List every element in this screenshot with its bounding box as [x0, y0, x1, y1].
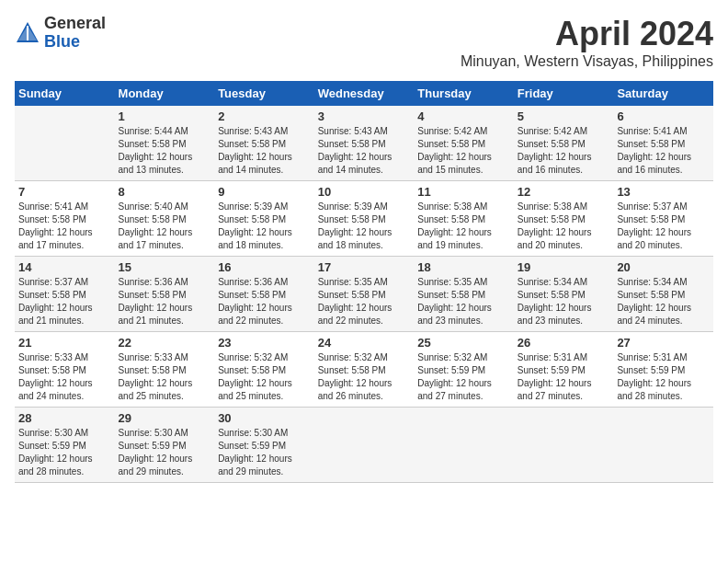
calendar-cell: 7Sunrise: 5:41 AM Sunset: 5:58 PM Daylig… — [15, 181, 115, 257]
header-sunday: Sunday — [15, 81, 115, 106]
calendar-cell — [414, 408, 514, 483]
logo-blue: Blue — [44, 33, 106, 52]
calendar-cell: 14Sunrise: 5:37 AM Sunset: 5:58 PM Dayli… — [15, 257, 115, 332]
day-info: Sunrise: 5:38 AM Sunset: 5:58 PM Dayligh… — [417, 201, 510, 252]
day-number: 7 — [18, 185, 111, 199]
calendar-table: SundayMondayTuesdayWednesdayThursdayFrid… — [15, 81, 713, 483]
day-number: 1 — [119, 109, 211, 123]
header-tuesday: Tuesday — [214, 81, 314, 106]
calendar-cell: 25Sunrise: 5:32 AM Sunset: 5:59 PM Dayli… — [414, 332, 514, 408]
day-info: Sunrise: 5:40 AM Sunset: 5:58 PM Dayligh… — [119, 201, 211, 252]
week-row-2: 7Sunrise: 5:41 AM Sunset: 5:58 PM Daylig… — [15, 181, 713, 257]
calendar-cell — [15, 106, 115, 181]
day-info: Sunrise: 5:42 AM Sunset: 5:58 PM Dayligh… — [417, 125, 510, 177]
day-number: 26 — [518, 336, 610, 350]
logo-icon — [15, 20, 40, 46]
day-number: 24 — [318, 336, 411, 350]
day-info: Sunrise: 5:43 AM Sunset: 5:58 PM Dayligh… — [218, 125, 311, 177]
location-subtitle: Minuyan, Western Visayas, Philippines — [461, 53, 713, 70]
header-row: SundayMondayTuesdayWednesdayThursdayFrid… — [15, 81, 713, 106]
logo-general: General — [44, 15, 106, 33]
day-number: 10 — [318, 185, 411, 199]
day-number: 29 — [119, 411, 211, 425]
day-number: 17 — [318, 260, 411, 274]
day-info: Sunrise: 5:32 AM Sunset: 5:58 PM Dayligh… — [318, 351, 411, 403]
day-info: Sunrise: 5:43 AM Sunset: 5:58 PM Dayligh… — [318, 125, 411, 177]
day-info: Sunrise: 5:31 AM Sunset: 5:59 PM Dayligh… — [617, 351, 710, 403]
calendar-cell: 26Sunrise: 5:31 AM Sunset: 5:59 PM Dayli… — [514, 332, 614, 408]
calendar-cell — [514, 408, 614, 483]
day-info: Sunrise: 5:37 AM Sunset: 5:58 PM Dayligh… — [18, 276, 111, 327]
calendar-cell: 28Sunrise: 5:30 AM Sunset: 5:59 PM Dayli… — [15, 408, 115, 483]
day-info: Sunrise: 5:41 AM Sunset: 5:58 PM Dayligh… — [617, 125, 710, 177]
day-info: Sunrise: 5:30 AM Sunset: 5:59 PM Dayligh… — [119, 427, 211, 478]
day-info: Sunrise: 5:30 AM Sunset: 5:59 PM Dayligh… — [218, 427, 311, 478]
calendar-cell: 3Sunrise: 5:43 AM Sunset: 5:58 PM Daylig… — [314, 106, 415, 181]
day-number: 19 — [518, 260, 610, 274]
day-info: Sunrise: 5:38 AM Sunset: 5:58 PM Dayligh… — [518, 201, 610, 252]
logo-text: General Blue — [44, 15, 106, 52]
day-number: 13 — [617, 185, 710, 199]
calendar-cell: 9Sunrise: 5:39 AM Sunset: 5:58 PM Daylig… — [214, 181, 314, 257]
header-friday: Friday — [514, 81, 614, 106]
calendar-cell: 19Sunrise: 5:34 AM Sunset: 5:58 PM Dayli… — [514, 257, 614, 332]
calendar-cell: 6Sunrise: 5:41 AM Sunset: 5:58 PM Daylig… — [613, 106, 713, 181]
header-thursday: Thursday — [414, 81, 514, 106]
calendar-cell: 24Sunrise: 5:32 AM Sunset: 5:58 PM Dayli… — [314, 332, 415, 408]
day-number: 16 — [218, 260, 311, 274]
calendar-cell: 1Sunrise: 5:44 AM Sunset: 5:58 PM Daylig… — [115, 106, 215, 181]
week-row-5: 28Sunrise: 5:30 AM Sunset: 5:59 PM Dayli… — [15, 408, 713, 483]
day-number: 15 — [119, 260, 211, 274]
day-number: 2 — [218, 109, 311, 123]
day-number: 28 — [18, 411, 111, 425]
calendar-cell: 22Sunrise: 5:33 AM Sunset: 5:58 PM Dayli… — [115, 332, 215, 408]
header-saturday: Saturday — [613, 81, 713, 106]
day-number: 12 — [518, 185, 610, 199]
calendar-cell — [314, 408, 415, 483]
month-title: April 2024 — [461, 15, 713, 53]
day-number: 3 — [318, 109, 411, 123]
day-info: Sunrise: 5:33 AM Sunset: 5:58 PM Dayligh… — [18, 351, 111, 403]
calendar-cell: 5Sunrise: 5:42 AM Sunset: 5:58 PM Daylig… — [514, 106, 614, 181]
day-number: 11 — [417, 185, 510, 199]
day-number: 20 — [617, 260, 710, 274]
calendar-cell: 2Sunrise: 5:43 AM Sunset: 5:58 PM Daylig… — [214, 106, 314, 181]
week-row-3: 14Sunrise: 5:37 AM Sunset: 5:58 PM Dayli… — [15, 257, 713, 332]
day-info: Sunrise: 5:32 AM Sunset: 5:59 PM Dayligh… — [417, 351, 510, 403]
day-info: Sunrise: 5:37 AM Sunset: 5:58 PM Dayligh… — [617, 201, 710, 252]
day-info: Sunrise: 5:41 AM Sunset: 5:58 PM Dayligh… — [18, 201, 111, 252]
day-info: Sunrise: 5:42 AM Sunset: 5:58 PM Dayligh… — [518, 125, 610, 177]
day-number: 5 — [518, 109, 610, 123]
calendar-cell: 21Sunrise: 5:33 AM Sunset: 5:58 PM Dayli… — [15, 332, 115, 408]
day-number: 8 — [119, 185, 211, 199]
calendar-cell: 8Sunrise: 5:40 AM Sunset: 5:58 PM Daylig… — [115, 181, 215, 257]
week-row-1: 1Sunrise: 5:44 AM Sunset: 5:58 PM Daylig… — [15, 106, 713, 181]
day-info: Sunrise: 5:32 AM Sunset: 5:58 PM Dayligh… — [218, 351, 311, 403]
day-info: Sunrise: 5:39 AM Sunset: 5:58 PM Dayligh… — [218, 201, 311, 252]
day-info: Sunrise: 5:33 AM Sunset: 5:58 PM Dayligh… — [119, 351, 211, 403]
calendar-cell: 4Sunrise: 5:42 AM Sunset: 5:58 PM Daylig… — [414, 106, 514, 181]
day-number: 22 — [119, 336, 211, 350]
logo: General Blue — [15, 15, 106, 52]
calendar-cell: 13Sunrise: 5:37 AM Sunset: 5:58 PM Dayli… — [613, 181, 713, 257]
calendar-cell: 30Sunrise: 5:30 AM Sunset: 5:59 PM Dayli… — [214, 408, 314, 483]
day-info: Sunrise: 5:35 AM Sunset: 5:58 PM Dayligh… — [417, 276, 510, 327]
day-info: Sunrise: 5:30 AM Sunset: 5:59 PM Dayligh… — [18, 427, 111, 478]
calendar-cell: 29Sunrise: 5:30 AM Sunset: 5:59 PM Dayli… — [115, 408, 215, 483]
day-number: 23 — [218, 336, 311, 350]
page-header: General Blue April 2024 Minuyan, Western… — [15, 15, 713, 70]
calendar-cell: 16Sunrise: 5:36 AM Sunset: 5:58 PM Dayli… — [214, 257, 314, 332]
day-info: Sunrise: 5:34 AM Sunset: 5:58 PM Dayligh… — [518, 276, 610, 327]
header-monday: Monday — [115, 81, 215, 106]
calendar-cell: 10Sunrise: 5:39 AM Sunset: 5:58 PM Dayli… — [314, 181, 415, 257]
day-info: Sunrise: 5:44 AM Sunset: 5:58 PM Dayligh… — [119, 125, 211, 177]
calendar-cell: 23Sunrise: 5:32 AM Sunset: 5:58 PM Dayli… — [214, 332, 314, 408]
calendar-cell: 20Sunrise: 5:34 AM Sunset: 5:58 PM Dayli… — [613, 257, 713, 332]
calendar-cell: 15Sunrise: 5:36 AM Sunset: 5:58 PM Dayli… — [115, 257, 215, 332]
day-number: 14 — [18, 260, 111, 274]
day-number: 27 — [617, 336, 710, 350]
calendar-cell — [613, 408, 713, 483]
day-number: 30 — [218, 411, 311, 425]
day-info: Sunrise: 5:35 AM Sunset: 5:58 PM Dayligh… — [318, 276, 411, 327]
title-section: April 2024 Minuyan, Western Visayas, Phi… — [461, 15, 713, 70]
